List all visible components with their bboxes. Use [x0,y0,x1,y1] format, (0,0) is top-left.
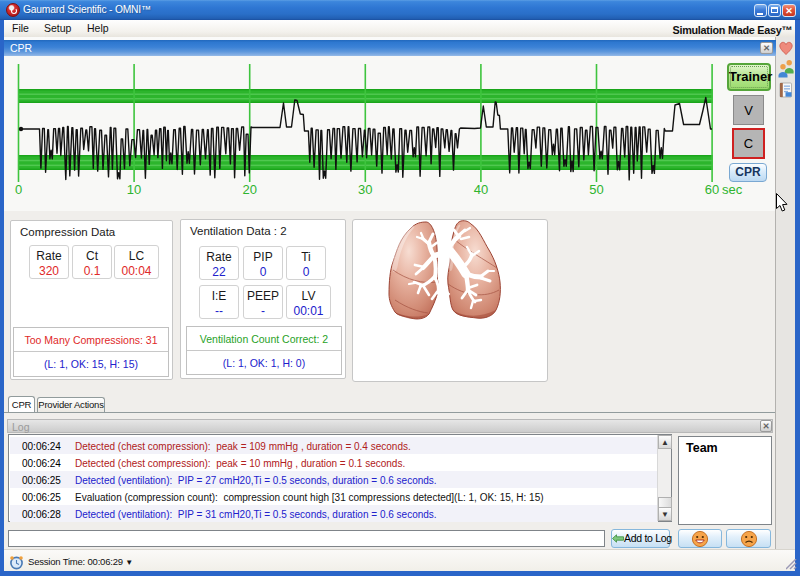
svg-text:0: 0 [15,182,22,197]
svg-text:sec: sec [722,182,743,197]
svg-text:60: 60 [705,182,719,197]
svg-text:20: 20 [242,182,256,197]
svg-text:10: 10 [127,182,141,197]
svg-text:30: 30 [358,182,372,197]
svg-text:40: 40 [474,182,488,197]
svg-text:50: 50 [589,182,603,197]
